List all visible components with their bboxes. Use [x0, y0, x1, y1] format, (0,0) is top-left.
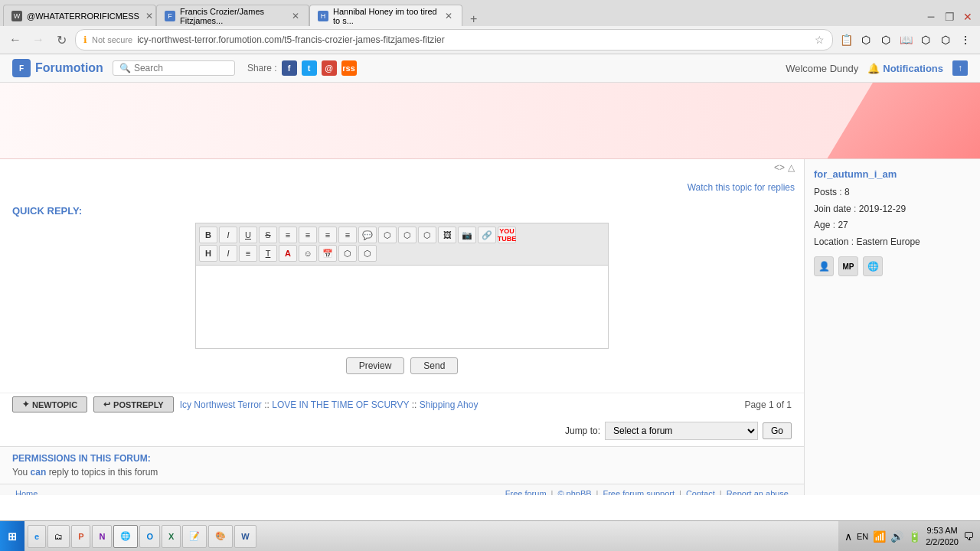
footer-sep-1: |	[551, 489, 554, 495]
notifications-icon: 🔔	[867, 63, 880, 74]
jump-go-button[interactable]: Go	[763, 422, 792, 439]
chrome-menu-icon[interactable]: ⋮	[957, 31, 974, 48]
toolbar-row-1: B I U S ≡ ≡ ≡ ≡ 💬 ⬡ ⬡ ⬡ 🖼	[199, 227, 605, 243]
bold-button[interactable]: B	[199, 227, 217, 243]
permissions-can-word: can	[31, 467, 47, 478]
color-button[interactable]: A	[279, 245, 297, 262]
footer-left-links: Home	[12, 489, 41, 495]
italic-button[interactable]: I	[219, 227, 237, 243]
restore-button[interactable]: ❐	[940, 8, 959, 26]
notifications-button[interactable]: 🔔 Notifications	[867, 63, 943, 74]
heading-button[interactable]: H	[199, 245, 217, 262]
tab-3-label: Hannibal Honey im too tired to s...	[333, 7, 439, 25]
twitter-share-button[interactable]: t	[302, 60, 317, 76]
underline-button[interactable]: U	[239, 227, 257, 243]
tab-3-close[interactable]: ✕	[443, 11, 454, 21]
code-button[interactable]: ⬡	[398, 227, 416, 243]
tab-1-favicon: W	[11, 11, 22, 21]
footer-support-link[interactable]: Free forum support	[603, 489, 675, 495]
table-button[interactable]: I	[219, 245, 237, 262]
watch-topic-link[interactable]: Watch this topic for replies	[688, 182, 795, 193]
breadcrumb-section-link[interactable]: LOVE IN THE TIME OF SCURVY	[272, 399, 409, 410]
chrome-app-icon-2[interactable]: ⬡	[877, 31, 894, 48]
preview-button[interactable]: Preview	[346, 357, 405, 374]
tab-2-label: Francis Crozier/James Fitzjames...	[180, 7, 286, 25]
image-button[interactable]: 🖼	[438, 227, 456, 243]
address-bar[interactable]: ℹ Not secure icy-northwest-terror.forumo…	[75, 29, 833, 51]
tab-2[interactable]: F Francis Crozier/James Fitzjames... ✕	[156, 5, 309, 26]
emoji-button[interactable]: ☺	[299, 245, 317, 262]
send-button[interactable]: Send	[410, 357, 458, 374]
reload-button[interactable]: ↻	[52, 31, 70, 49]
youtube-button[interactable]: YOUTUBE	[498, 227, 516, 243]
new-tab-button[interactable]: +	[462, 12, 485, 26]
upload-button[interactable]: ↑	[952, 60, 968, 76]
user-age: Age : 27	[814, 217, 971, 234]
minimize-button[interactable]: −	[922, 8, 940, 26]
send-mp-button[interactable]: MP	[838, 256, 858, 276]
photo-button[interactable]: 📷	[458, 227, 476, 243]
reply-editor[interactable]	[195, 265, 609, 349]
spoiler-button[interactable]: ⬡	[378, 227, 397, 243]
font-button[interactable]: T	[259, 245, 277, 262]
tab-3[interactable]: H Hannibal Honey im too tired to s... ✕	[309, 5, 462, 26]
extensions-icon[interactable]: 📋	[838, 31, 854, 48]
editor-toolbar: B I U S ≡ ≡ ≡ ≡ 💬 ⬡ ⬡ ⬡ 🖼	[195, 223, 609, 265]
user-meta: Posts : 8 Join date : 2019-12-29 Age : 2…	[814, 184, 971, 250]
share-section: Share : f t @ rss	[247, 60, 357, 76]
visit-website-button[interactable]: 🌐	[863, 256, 883, 276]
footer-sep-3: |	[679, 489, 681, 495]
link-button[interactable]: 🔗	[478, 227, 496, 243]
chrome-app-icon-1[interactable]: ⬡	[858, 31, 874, 48]
breadcrumb-site-link[interactable]: Icy Northwest Terror	[180, 399, 262, 410]
forward-button[interactable]: →	[29, 31, 47, 49]
collapse-icon-2[interactable]: △	[788, 162, 795, 173]
footer-phpbb-link[interactable]: © phpBB	[557, 489, 591, 495]
location-label: Location	[814, 236, 848, 247]
list-button[interactable]: ⬡	[418, 227, 436, 243]
tab-1[interactable]: W @WHATATERRORIFICMESS ✕	[3, 5, 156, 26]
chrome-app-icon-5[interactable]: ⬡	[937, 31, 954, 48]
browser-toolbar-icons: 📋 ⬡ ⬡ 📖 ⬡ ⬡ ⋮	[838, 31, 974, 48]
share-label: Share :	[247, 63, 277, 73]
date-button[interactable]: 📅	[318, 245, 337, 262]
forum-logo[interactable]: F Forumotion	[12, 59, 103, 77]
justify-button[interactable]: ≡	[338, 227, 357, 243]
strikethrough-button[interactable]: S	[259, 227, 277, 243]
forum-search-bar[interactable]: 🔍	[113, 60, 235, 76]
search-input[interactable]	[134, 63, 211, 73]
align-right-button[interactable]: ≡	[318, 227, 337, 243]
posts-value: 8	[844, 187, 850, 197]
breadcrumb-topic-link[interactable]: Shipping Ahoy	[420, 399, 479, 410]
footer-freeforum-link[interactable]: Free forum	[505, 489, 547, 495]
collapse-icon-1[interactable]: <>	[774, 162, 785, 173]
close-window-button[interactable]: ✕	[959, 8, 977, 26]
forum-logo-text: Forumotion	[35, 61, 103, 75]
newtopic-star-icon: ✦	[22, 399, 29, 409]
rss-share-button[interactable]: rss	[341, 60, 357, 76]
jump-select[interactable]: Select a forum	[605, 422, 758, 440]
jump-label: Jump to:	[565, 425, 600, 436]
footer-sep-4: |	[720, 489, 722, 495]
posts-label: Posts	[814, 187, 837, 197]
align-left-button[interactable]: ≡	[279, 227, 297, 243]
tab-1-close[interactable]: ✕	[144, 11, 155, 21]
bookmark-star-icon[interactable]: ☆	[815, 34, 825, 46]
facebook-share-button[interactable]: f	[282, 60, 297, 76]
chrome-app-icon-3[interactable]: 📖	[897, 31, 914, 48]
hr-button[interactable]: ≡	[239, 245, 257, 262]
special-button[interactable]: ⬡	[338, 245, 357, 262]
align-center-button[interactable]: ≡	[299, 227, 317, 243]
footer-contact-link[interactable]: Contact	[686, 489, 715, 495]
view-profile-button[interactable]: 👤	[814, 256, 834, 276]
quote-button[interactable]: 💬	[358, 227, 377, 243]
back-button[interactable]: ←	[6, 31, 24, 49]
tab-2-close[interactable]: ✕	[290, 11, 301, 21]
html-button[interactable]: ⬡	[358, 245, 377, 262]
footer-home-link[interactable]: Home	[15, 489, 38, 495]
footer-reportabuse-link[interactable]: Report an abuse	[727, 489, 789, 495]
chrome-app-icon-4[interactable]: ⬡	[917, 31, 934, 48]
newtopic-button[interactable]: ✦ NEWTOPIC	[12, 396, 87, 412]
email-share-button[interactable]: @	[322, 60, 337, 76]
postreply-button[interactable]: ↩ POSTREPLY	[93, 396, 174, 412]
